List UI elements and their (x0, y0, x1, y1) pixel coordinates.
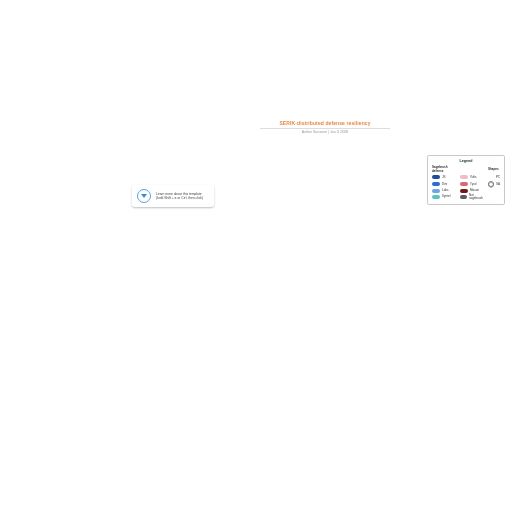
legend-head-col3: Shapes (488, 167, 506, 171)
legend-cell: JS (432, 175, 458, 179)
swatch (432, 189, 440, 193)
legend-cell: Tyrol (460, 182, 486, 186)
swatch-label: Mason (470, 189, 479, 192)
swatch-label: Vults (470, 176, 477, 179)
svg-marker-0 (489, 182, 494, 187)
legend-cell: Labs (432, 189, 458, 193)
swatch-label: Labs (442, 189, 449, 192)
swatch-label: Dev (442, 183, 447, 186)
tip-card[interactable]: Learn more about this template (hold Shi… (132, 185, 214, 207)
canvas: SERIK-distributed defense resiliency Aut… (0, 0, 516, 516)
page-title: SERIK-distributed defense resiliency (260, 120, 390, 126)
swatch (460, 175, 468, 179)
tip-line1: Learn more about this template (156, 192, 202, 196)
swatch (460, 195, 467, 199)
legend-cell: Syntel (432, 195, 458, 199)
shape-label: PC (496, 175, 500, 179)
tip-line2-pre: (hold Shift + (156, 196, 175, 200)
swatch-label: Syntel (442, 195, 450, 198)
swatch (432, 175, 440, 179)
tip-text: Learn more about this template (hold Shi… (156, 192, 203, 201)
swatch (460, 182, 468, 186)
tip-line2-post: or Ctrl, then click) (176, 196, 203, 200)
swatch (432, 195, 440, 199)
title-block: SERIK-distributed defense resiliency Aut… (260, 120, 390, 134)
legend-cell: Dev (432, 182, 458, 186)
swatch-label: Not sagebrush (469, 194, 486, 200)
legend-title: Legend (432, 159, 500, 163)
legend-cell: Mason (460, 189, 486, 193)
legend: Legend Sagebrush defense Shapes JS Vults… (427, 155, 505, 205)
play-icon (137, 189, 151, 203)
legend-shape-cell: PC (488, 174, 506, 180)
swatch-label: Tyrol (470, 183, 477, 186)
swatch (460, 189, 468, 193)
swatch-label: JS (442, 176, 446, 179)
legend-cell: Not sagebrush (460, 194, 486, 200)
hexagon-icon (488, 174, 494, 180)
legend-head-col1: Sagebrush defense (432, 165, 458, 173)
swatch (432, 182, 440, 186)
shape-label: SA (496, 182, 500, 186)
legend-cell: Vults (460, 175, 486, 179)
page-subtitle: Author Surname | Jan 0, 0000 (260, 128, 390, 134)
